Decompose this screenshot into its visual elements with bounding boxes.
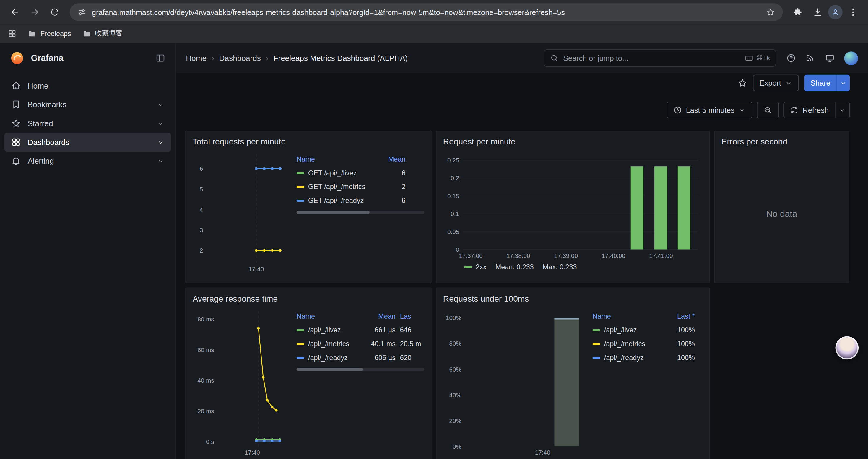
news-rss-icon[interactable] [805, 53, 815, 63]
sidebar-item-label: Home [28, 81, 49, 90]
legend-scrollbar[interactable] [297, 210, 425, 214]
floating-avatar-overlay[interactable] [835, 336, 859, 359]
sidebar-item-label: Alerting [28, 157, 54, 165]
forward-button[interactable] [25, 3, 44, 22]
zoom-out-button[interactable] [756, 102, 779, 119]
legend-row[interactable]: /api/_/livez661 µs646 [297, 323, 425, 337]
scrollbar-thumb[interactable] [297, 368, 363, 371]
search-input[interactable]: Search or jump to... ⌘+k [544, 49, 776, 67]
tv-mode-icon[interactable] [825, 53, 835, 63]
sidebar-item-alerting[interactable]: Alerting [4, 152, 171, 170]
legend-header[interactable]: NameMeanLas [297, 309, 425, 323]
svg-text:20 ms: 20 ms [198, 407, 214, 415]
clock-icon [673, 106, 682, 114]
breadcrumb-home[interactable]: Home [186, 54, 207, 63]
url-text[interactable]: grafana.mathmast.com/d/deytv4rwavabkb/fr… [92, 8, 761, 16]
legend-table: NameLast */api/_/livez100%/api/_/metrics… [592, 309, 703, 459]
svg-text:2: 2 [200, 247, 203, 254]
site-settings-icon[interactable] [78, 8, 86, 17]
legend-row[interactable]: GET /api/_/readyz6 [297, 193, 425, 207]
chevron-down-icon [738, 106, 745, 113]
brand-title: Grafana [31, 53, 64, 63]
svg-text:40%: 40% [449, 392, 461, 398]
legend-table: NameMeanLas/api/_/livez661 µs646/api/_/m… [297, 309, 425, 459]
sidebar-item-label: Dashboards [28, 138, 69, 146]
collapse-sidebar-icon[interactable] [155, 53, 165, 63]
bookmark-folder-freeleaps[interactable]: Freeleaps [28, 29, 71, 38]
legend-row[interactable]: 2xx [464, 263, 487, 271]
svg-text:40 ms: 40 ms [198, 377, 214, 384]
panel-total-requests: Total requests per minute 6543217:40 Nam… [185, 131, 431, 283]
panel-title[interactable]: Errors per second [721, 136, 842, 148]
chevron-down-icon [157, 138, 164, 145]
panel-title[interactable]: Total requests per minute [193, 136, 425, 148]
share-button[interactable]: Share [804, 75, 850, 91]
panel-title[interactable]: Requests under 100ms [443, 293, 703, 305]
grafana-logo[interactable] [10, 51, 25, 65]
chevron-down-icon [157, 157, 164, 165]
user-avatar[interactable] [844, 51, 858, 65]
requests-under-100ms-chart: 100%80%60%40%20%0%17:40 [443, 307, 588, 457]
sidebar-item-dashboards[interactable]: Dashboards [4, 133, 171, 152]
bookmark-icon [11, 100, 21, 109]
bell-icon [11, 156, 21, 166]
legend-row[interactable]: GET /api/_/metrics2 [297, 180, 425, 194]
sidebar-item-home[interactable]: Home [4, 76, 171, 95]
refresh-interval-caret[interactable] [835, 102, 849, 118]
apps-grid-icon[interactable] [8, 29, 17, 38]
chevron-down-icon [840, 79, 847, 87]
downloads-button[interactable] [808, 3, 827, 22]
folder-icon [28, 29, 37, 38]
svg-text:17:38:00: 17:38:00 [506, 252, 530, 259]
series-swatch [592, 342, 600, 345]
legend-row[interactable]: GET /api/_/livez6 [297, 166, 425, 180]
header-icons [786, 51, 858, 65]
dashboard-actions-bar: Export Share [176, 73, 868, 93]
panel-grid: Total requests per minute 6543217:40 Nam… [185, 131, 850, 459]
panel-title[interactable]: Average response time [193, 293, 425, 305]
legend-header[interactable]: NameLast * [592, 309, 703, 323]
share-menu-caret[interactable] [836, 75, 850, 91]
svg-text:17:40: 17:40 [535, 449, 550, 456]
svg-text:17:40:00: 17:40:00 [602, 252, 625, 259]
legend-row[interactable]: /api/_/readyz605 µs620 [297, 351, 425, 364]
browser-profile-avatar[interactable] [828, 5, 843, 20]
back-button[interactable] [6, 3, 25, 22]
breadcrumb-dashboards[interactable]: Dashboards [219, 54, 261, 63]
svg-text:17:37:00: 17:37:00 [459, 252, 483, 259]
browser-menu-button[interactable] [844, 3, 863, 22]
legend-scrollbar[interactable] [297, 368, 425, 371]
help-icon[interactable] [786, 53, 796, 63]
sidebar-item-starred[interactable]: Starred [4, 114, 171, 133]
extensions-button[interactable] [788, 3, 807, 22]
svg-text:0: 0 [456, 246, 459, 253]
time-range-picker[interactable]: Last 5 minutes [666, 102, 752, 119]
sidebar-item-bookmarks[interactable]: Bookmarks [4, 95, 171, 114]
sidebar-nav: HomeBookmarksStarredDashboardsAlerting [0, 73, 176, 174]
sidebar-item-label: Bookmarks [28, 100, 66, 109]
panel-title[interactable]: Request per minute [443, 136, 703, 148]
legend-row[interactable]: /api/_/livez100% [592, 323, 703, 337]
grafana-app: Grafana HomeBookmarksStarredDashboardsAl… [0, 43, 868, 459]
export-button[interactable]: Export [753, 75, 799, 91]
legend-header[interactable]: NameMean [297, 152, 425, 166]
svg-text:60%: 60% [449, 366, 461, 373]
refresh-button[interactable]: Refresh [784, 102, 835, 118]
favorite-star-icon[interactable] [737, 78, 747, 88]
reload-button[interactable] [45, 3, 64, 22]
bookmark-star-icon[interactable] [766, 8, 775, 17]
svg-text:0.15: 0.15 [447, 193, 459, 199]
refresh-control: Refresh [783, 102, 850, 119]
legend-mean: Mean: 0.233 [495, 263, 534, 271]
svg-text:4: 4 [200, 206, 203, 213]
panel-avg-response-time: Average response time 80 ms60 ms40 ms20 … [185, 288, 431, 459]
chevron-down-icon [839, 106, 846, 113]
legend-row[interactable]: /api/_/readyz100% [592, 351, 703, 364]
url-bar[interactable]: grafana.mathmast.com/d/deytv4rwavabkb/fr… [70, 3, 783, 21]
keyboard-icon [745, 54, 753, 63]
scrollbar-thumb[interactable] [297, 210, 370, 214]
legend-row[interactable]: /api/_/metrics100% [592, 337, 703, 351]
legend-row[interactable]: /api/_/metrics40.1 ms20.5 m [297, 337, 425, 351]
legend-max: Max: 0.233 [543, 263, 577, 271]
bookmark-folder-blog[interactable]: 收藏博客 [82, 29, 123, 38]
